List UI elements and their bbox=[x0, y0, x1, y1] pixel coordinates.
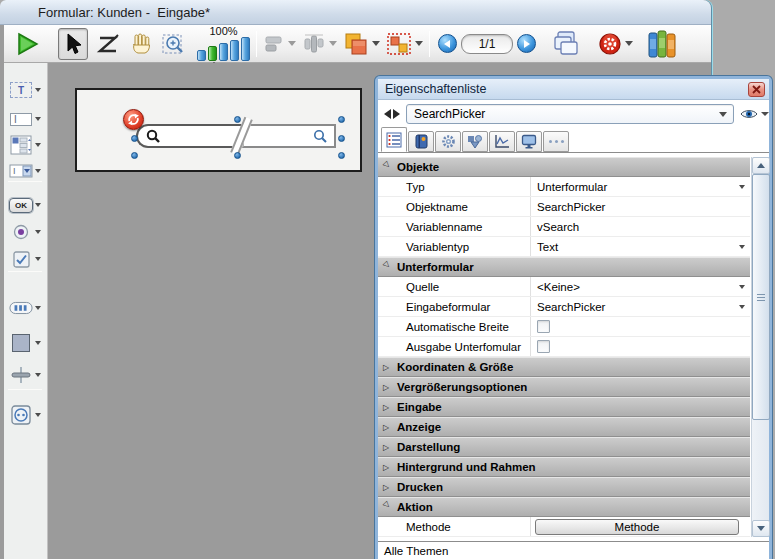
execute-form-button[interactable] bbox=[12, 28, 42, 60]
splitter-dropdown[interactable] bbox=[35, 373, 41, 377]
section-header-koordinaten[interactable]: ▷ Koordinaten & Größe bbox=[378, 357, 750, 377]
chevron-down-icon[interactable] bbox=[739, 245, 745, 249]
entry-order-button[interactable] bbox=[93, 28, 123, 60]
tool-button[interactable]: OK bbox=[5, 191, 47, 219]
selection-handle-top-center[interactable] bbox=[234, 116, 241, 123]
tab-optionen[interactable] bbox=[435, 131, 461, 152]
section-header-anzeige[interactable]: ▷ Anzeige bbox=[378, 417, 750, 437]
section-header-vergroesserungsoptionen[interactable]: ▷ Vergrößerungsoptionen bbox=[378, 377, 750, 397]
section-header-unterformular[interactable]: ▷ Unterformular bbox=[378, 257, 750, 277]
select-tool-button[interactable] bbox=[58, 28, 88, 60]
selection-handle-mid-left[interactable] bbox=[131, 135, 138, 142]
panel-scrollbar[interactable] bbox=[751, 157, 769, 537]
panel-close-button[interactable] bbox=[748, 82, 765, 97]
object-actions-dropdown-chevron[interactable] bbox=[625, 41, 633, 46]
tool-splitter[interactable] bbox=[5, 361, 47, 389]
chevron-down-icon[interactable] bbox=[739, 185, 745, 189]
zoom-bar-200[interactable] bbox=[219, 43, 228, 61]
section-header-hintergrund-und-rahmen[interactable]: ▷ Hintergrund und Rahmen bbox=[378, 457, 750, 477]
checkbox-dropdown[interactable] bbox=[35, 257, 41, 261]
section-header-eingabe[interactable]: ▷ Eingabe bbox=[378, 397, 750, 417]
variablentyp-value-dropdown[interactable]: Text bbox=[530, 237, 750, 256]
tab-anzeige[interactable] bbox=[516, 131, 542, 152]
tool-checkbox[interactable] bbox=[5, 245, 47, 273]
view-options-button[interactable] bbox=[740, 108, 769, 120]
tab-eigenschaften-liste[interactable] bbox=[381, 127, 407, 152]
button-dropdown[interactable] bbox=[35, 203, 41, 207]
button-grid-dropdown[interactable] bbox=[35, 306, 41, 310]
radio-button-dropdown[interactable] bbox=[35, 230, 41, 234]
tool-button-grid[interactable] bbox=[5, 294, 47, 322]
selection-handle-top-right[interactable] bbox=[338, 116, 345, 123]
tool-input-field[interactable]: I bbox=[5, 105, 47, 133]
automatische-breite-checkbox[interactable] bbox=[537, 320, 550, 333]
gear-icon bbox=[441, 134, 456, 149]
selection-handle-mid-right[interactable] bbox=[338, 135, 345, 142]
list-box-dropdown[interactable] bbox=[35, 143, 41, 147]
chevron-down-icon[interactable] bbox=[739, 285, 745, 289]
searchpicker-widget-left[interactable] bbox=[136, 124, 242, 148]
scrollbar-thumb[interactable] bbox=[752, 174, 770, 420]
form-pages-button[interactable] bbox=[552, 28, 582, 60]
object-actions-button[interactable] bbox=[598, 28, 633, 60]
zoom-tool-button[interactable] bbox=[159, 28, 189, 60]
quelle-value-dropdown[interactable]: <Keine> bbox=[530, 277, 750, 296]
selection-handle-bottom-center[interactable] bbox=[234, 152, 241, 159]
selection-handle-bottom-left[interactable] bbox=[131, 152, 138, 159]
zoom-bars[interactable] bbox=[197, 37, 250, 61]
tool-rectangle[interactable] bbox=[5, 329, 47, 357]
tab-objekte[interactable] bbox=[462, 131, 488, 152]
searchpicker-widget-right[interactable] bbox=[242, 124, 336, 148]
distribute-button[interactable] bbox=[302, 28, 337, 60]
next-object-button[interactable] bbox=[393, 109, 400, 119]
plugin-area-dropdown[interactable] bbox=[35, 413, 41, 417]
tool-static-text[interactable]: T bbox=[5, 76, 47, 104]
section-header-objekte[interactable]: ▷ Objekte bbox=[378, 157, 750, 177]
rectangle-dropdown[interactable] bbox=[35, 341, 41, 345]
window-titlebar[interactable]: Formular: Kunden - Eingabe* bbox=[0, 0, 711, 25]
align-button[interactable] bbox=[263, 28, 296, 60]
zoom-bar-800[interactable] bbox=[241, 37, 250, 61]
layer-order-dropdown-chevron[interactable] bbox=[372, 41, 380, 46]
distribute-dropdown-chevron[interactable] bbox=[329, 41, 337, 46]
eingabeformular-value-dropdown[interactable]: SearchPicker bbox=[530, 297, 750, 316]
zoom-bar-400[interactable] bbox=[230, 40, 239, 61]
align-dropdown-chevron[interactable] bbox=[288, 41, 296, 46]
static-text-dropdown[interactable] bbox=[35, 88, 41, 92]
variablenname-value-field[interactable]: vSearch bbox=[530, 217, 750, 236]
input-field-dropdown[interactable] bbox=[35, 117, 41, 121]
scroll-up-button[interactable] bbox=[752, 157, 770, 174]
group-dropdown-chevron[interactable] bbox=[415, 41, 423, 46]
objektname-value-field[interactable]: SearchPicker bbox=[530, 197, 750, 216]
methode-button[interactable]: Methode bbox=[535, 519, 739, 535]
zoom-bar-100[interactable] bbox=[208, 46, 217, 61]
library-button[interactable] bbox=[647, 28, 677, 60]
hand-tool-button[interactable] bbox=[127, 28, 157, 60]
tab-diagramm[interactable] bbox=[489, 131, 515, 152]
tool-plugin-area[interactable] bbox=[5, 401, 47, 429]
layer-order-button[interactable] bbox=[343, 28, 380, 60]
section-header-drucken[interactable]: ▷ Drucken bbox=[378, 477, 750, 497]
tool-list-box[interactable] bbox=[5, 131, 47, 159]
tab-daten[interactable] bbox=[408, 131, 434, 152]
typ-value-dropdown[interactable]: Unterformular bbox=[530, 177, 750, 196]
zoom-bar-50[interactable] bbox=[197, 50, 206, 61]
group-button[interactable] bbox=[386, 28, 423, 60]
selection-handle-bottom-right[interactable] bbox=[338, 152, 345, 159]
next-page-button[interactable] bbox=[517, 34, 536, 53]
previous-page-button[interactable] bbox=[438, 34, 457, 53]
tool-radio-button[interactable] bbox=[5, 218, 47, 246]
zoom-scale-widget[interactable]: 100% bbox=[197, 26, 250, 61]
form-page[interactable] bbox=[75, 88, 362, 172]
previous-object-button[interactable] bbox=[384, 109, 391, 119]
tab-mehr[interactable] bbox=[543, 131, 569, 152]
scroll-down-button[interactable] bbox=[752, 520, 770, 537]
view-options-chevron[interactable] bbox=[761, 112, 769, 116]
object-selector-dropdown[interactable]: SearchPicker bbox=[406, 104, 734, 124]
panel-titlebar[interactable]: Eigenschaftenliste bbox=[378, 79, 769, 100]
section-header-darstellung[interactable]: ▷ Darstellung bbox=[378, 437, 750, 457]
combo-box-dropdown[interactable] bbox=[35, 169, 41, 173]
section-header-aktion[interactable]: ▷ Aktion bbox=[378, 497, 750, 517]
ausgabe-unterformular-checkbox[interactable] bbox=[537, 340, 550, 353]
chevron-down-icon[interactable] bbox=[739, 305, 745, 309]
